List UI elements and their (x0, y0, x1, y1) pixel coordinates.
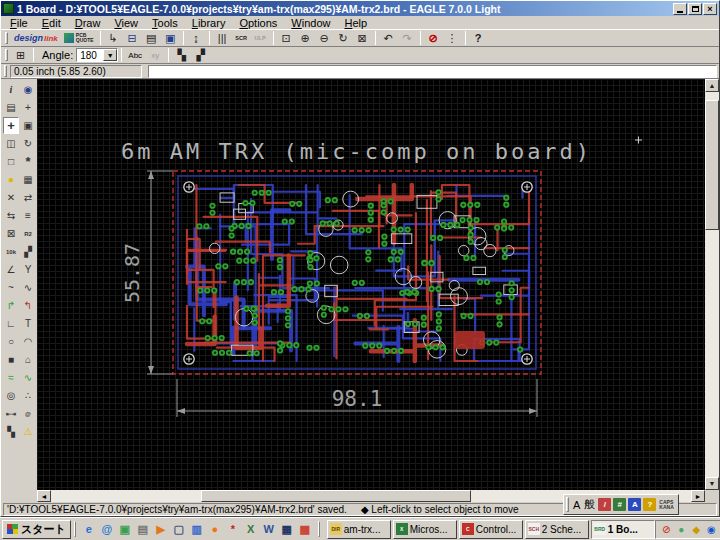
scroll-left-icon[interactable]: ◄ (37, 490, 51, 502)
vertical-scroll-thumb[interactable] (705, 100, 719, 230)
run-ulp-icon[interactable]: ULP (251, 31, 270, 46)
miter-tool[interactable]: ∠ (3, 261, 19, 278)
angle-select[interactable]: 180 ▼ (76, 48, 118, 62)
volume-muted-icon[interactable]: ⊘ (660, 523, 673, 536)
stop-icon[interactable]: ⊘ (424, 31, 443, 46)
pattern1-button[interactable]: ▚ (172, 48, 191, 63)
coordbar-grip[interactable] (4, 65, 7, 76)
circle-tool[interactable]: ○ (3, 333, 19, 350)
help-icon[interactable]: ? (469, 31, 488, 46)
zoom-fit-icon[interactable]: ⊡ (277, 31, 296, 46)
gateswap-tool[interactable]: ⇆ (3, 207, 19, 224)
zoom-select-icon[interactable]: ⊠ (353, 31, 372, 46)
messenger-icon[interactable]: ◉ (705, 523, 718, 536)
task-schematic[interactable]: SCH2 Sche... (525, 520, 589, 539)
horizontal-scroll-thumb[interactable] (201, 490, 471, 502)
ime-caps-kana-button[interactable]: CAPSKANA (657, 500, 675, 510)
start-button[interactable]: スタート (2, 520, 71, 539)
errors-tool[interactable]: ⚠ (20, 423, 36, 440)
mark-tool[interactable]: + (20, 99, 36, 116)
media-player-icon[interactable]: ▶ (153, 521, 169, 537)
grid-button[interactable]: ⊞ (11, 48, 30, 63)
viewer-icon[interactable]: ▤ (135, 521, 151, 537)
designlink-logo-button[interactable]: design link (11, 31, 61, 46)
attribute-tool[interactable]: @ (20, 405, 36, 422)
via-tool[interactable]: ≈ (3, 369, 19, 386)
menu-library[interactable]: Library (185, 17, 233, 29)
close-button[interactable]: × (703, 3, 717, 15)
arc-tool[interactable]: ◠ (20, 333, 36, 350)
display-tool[interactable]: ▤ (3, 99, 19, 116)
zoom-redraw-icon[interactable]: ↻ (334, 31, 353, 46)
ime-conversion-mode[interactable]: 般 (582, 497, 597, 512)
menu-view[interactable]: View (107, 17, 145, 29)
ime-dictionary-icon[interactable]: A (628, 498, 641, 511)
open-icon[interactable]: ↳ (104, 31, 123, 46)
minimize-button[interactable] (673, 3, 687, 15)
menu-options[interactable]: Options (232, 17, 284, 29)
firefox-icon[interactable]: ● (207, 521, 223, 537)
updates-icon[interactable]: ● (675, 523, 688, 536)
ripup-tool[interactable]: ↰ (20, 297, 36, 314)
imaging-icon[interactable]: ▣ (117, 521, 133, 537)
scroll-down-icon[interactable]: ▼ (705, 477, 719, 490)
menu-help[interactable]: Help (337, 17, 374, 29)
scroll-up-icon[interactable]: ▲ (705, 79, 719, 92)
smash-tool[interactable]: ▞ (20, 243, 36, 260)
wire-tool[interactable]: ∟ (3, 315, 19, 332)
optimize-tool[interactable]: ~ (3, 279, 19, 296)
pattern2-button[interactable]: ▞ (191, 48, 210, 63)
menu-window[interactable]: Window (284, 17, 337, 29)
redo-icon[interactable]: ↷ (398, 31, 417, 46)
pinswap-tool[interactable]: ⇄ (20, 189, 36, 206)
mirror-text-button[interactable]: Abc (125, 48, 145, 62)
value-tool[interactable]: 10k (3, 243, 19, 260)
notes-icon[interactable]: ▦ (279, 521, 295, 537)
replace-tool[interactable]: ≡ (20, 207, 36, 224)
command-input[interactable] (148, 65, 717, 78)
spin-text-button[interactable]: xy (145, 48, 165, 62)
ime-brush-icon[interactable]: / (598, 498, 611, 511)
change-tool[interactable]: * (20, 153, 36, 170)
picture-icon[interactable]: ▩ (297, 521, 313, 537)
task-excel[interactable]: XMicros... (393, 520, 457, 539)
menu-file[interactable]: File (3, 17, 35, 29)
move-tool[interactable]: + (3, 117, 19, 134)
script-editor-icon[interactable]: SCR (232, 31, 251, 46)
my-computer-icon[interactable]: ▥ (189, 521, 205, 537)
task-am-trx[interactable]: DIRam-trx... (327, 520, 391, 539)
mail-icon[interactable]: @ (99, 521, 115, 537)
acrobat-icon[interactable]: * (225, 521, 241, 537)
taskbar-grip2[interactable] (318, 521, 320, 537)
ie-icon[interactable]: e (81, 521, 97, 537)
zoom-in-icon[interactable]: ⊕ (296, 31, 315, 46)
menu-edit[interactable]: Edit (35, 17, 68, 29)
paste-tool[interactable]: ▦ (20, 171, 36, 188)
mirror-tool[interactable]: ◫ (3, 135, 19, 152)
taskbar-grip[interactable] (74, 521, 76, 537)
show-desktop-icon[interactable]: ▢ (171, 521, 187, 537)
save-icon[interactable]: ⊟ (123, 31, 142, 46)
menu-draw[interactable]: Draw (68, 17, 108, 29)
chevron-down-icon[interactable]: ▼ (103, 49, 117, 61)
split-tool[interactable]: Y (20, 261, 36, 278)
polygon-tool[interactable]: ⌂ (20, 351, 36, 368)
signal-tool[interactable]: ∿ (20, 369, 36, 386)
toolbar-grip[interactable] (5, 32, 8, 45)
security-shield-icon[interactable]: ◆ (690, 523, 703, 536)
hole-tool[interactable]: ◎ (3, 387, 19, 404)
layer-settings-icon[interactable]: ||| (213, 31, 232, 46)
lock-tool[interactable]: ⊠ (3, 225, 19, 242)
name-tool[interactable]: R2 (20, 225, 36, 242)
meander-tool[interactable]: ∿ (20, 279, 36, 296)
toolbar-grip2[interactable] (5, 49, 8, 62)
ime-grip[interactable] (566, 497, 569, 512)
copy-tool[interactable]: ▣ (20, 117, 36, 134)
zoom-out-icon[interactable]: ⊖ (315, 31, 334, 46)
ratsnest-tool[interactable]: ∴ (20, 387, 36, 404)
undo-icon[interactable]: ↶ (379, 31, 398, 46)
print-icon[interactable]: ▤ (142, 31, 161, 46)
route-tool[interactable]: ↱ (3, 297, 19, 314)
rotate-tool[interactable]: ↻ (20, 135, 36, 152)
board-canvas[interactable]: 6m AM TRX (mic-comp on board) 55.87 (37, 79, 705, 490)
